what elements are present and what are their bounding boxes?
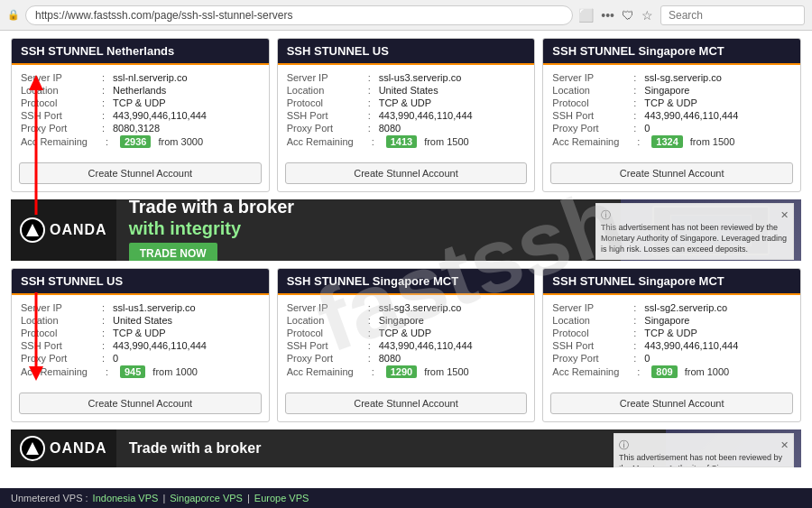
ad-banner-1: OANDA Trade with a broker with integrity… [11, 199, 801, 261]
proxyport-value: 8080,3128 [113, 123, 260, 134]
card-header-sg-mct3: SSH STUNNEL Singapore MCT [543, 269, 800, 295]
acc-label: Acc Remaining [21, 136, 102, 147]
card-row-serverip: Server IP : ssl-us3.serverip.co [287, 72, 526, 83]
card-header-us: SSH STUNNEL US [278, 39, 535, 65]
card-row-serverip: Server IP : ssl-us1.serverip.co [21, 302, 260, 313]
ad-disclaimer-2: ⓘ ✕ This advertisement has not been revi… [614, 433, 794, 467]
serverip-label: Server IP [21, 302, 102, 313]
proxyport-label: Proxy Port [552, 353, 633, 364]
protocol-value: TCP & UDP [379, 97, 526, 108]
serverip-value: ssl-sg2.serverip.co [644, 302, 791, 313]
ad-disclaimer-text: This advertisement has not been reviewed… [601, 223, 787, 253]
location-value: Singapore [644, 85, 791, 96]
sshport-label: SSH Port [287, 110, 368, 121]
info-icon-2: ⓘ [619, 439, 629, 451]
card-row-proxyport: Proxy Port : 0 [21, 353, 260, 364]
create-stunnel-btn-us[interactable]: Create Stunnel Account [285, 162, 528, 184]
card-row-location: Location : United States [287, 85, 526, 96]
card-row-protocol: Protocol : TCP & UDP [21, 97, 260, 108]
acc-badge: 2936 [120, 135, 151, 148]
bottom-bar-link-europe[interactable]: Europe VPS [254, 493, 309, 503]
card-row-sshport: SSH Port : 443,990,446,110,444 [552, 340, 791, 351]
sshport-value: 443,990,446,110,444 [113, 340, 260, 351]
serverip-value: ssl-nl.serverip.co [113, 72, 260, 83]
card-row-protocol: Protocol : TCP & UDP [21, 328, 260, 338]
url-bar[interactable]: https://www.fastssh.com/page/ssh-ssl-stu… [25, 5, 573, 25]
card-row-proxyport: Proxy Port : 8080,3128 [21, 123, 260, 134]
ad-disclaimer: ⓘ ✕ This advertisement has not been revi… [595, 203, 794, 260]
card-row-protocol: Protocol : TCP & UDP [287, 328, 526, 338]
server-card-sg-mct3: SSH STUNNEL Singapore MCT Server IP : ss… [542, 268, 801, 422]
page-body: SSH STUNNEL Netherlands Server IP : ssl-… [0, 31, 812, 482]
oanda-logo-2: OANDA [11, 429, 116, 467]
proxyport-value: 8080 [379, 123, 526, 134]
ad-close-button[interactable]: ✕ [780, 208, 789, 221]
oanda-text: OANDA [50, 222, 107, 238]
proxyport-label: Proxy Port [287, 353, 368, 364]
card-row-location: Location : Netherlands [21, 85, 260, 96]
proxyport-value: 0 [113, 353, 260, 364]
ad-banner-2: OANDA Trade with a broker ⓘ ✕ This adver… [11, 429, 801, 467]
cards-grid-row2: SSH STUNNEL US Server IP : ssl-us1.serve… [11, 268, 801, 422]
card-body-netherlands: Server IP : ssl-nl.serverip.co Location … [12, 65, 269, 157]
server-card-sg-mct2: SSH STUNNEL Singapore MCT Server IP : ss… [277, 268, 536, 422]
card-row-sshport: SSH Port : 443,990,446,110,444 [287, 110, 526, 121]
more-icon[interactable]: ••• [601, 8, 614, 23]
oanda-logo: OANDA [11, 199, 116, 261]
sshport-value: 443,990,446,110,444 [644, 340, 791, 351]
protocol-value: TCP & UDP [644, 97, 791, 108]
protocol-label: Protocol [21, 97, 102, 108]
oanda-icon-2 [20, 436, 45, 461]
ad-disclaimer-header: ⓘ ✕ [601, 208, 789, 221]
card-row-acc: Acc Remaining : 1324 from 1500 [552, 135, 791, 148]
create-stunnel-btn-sg-mct[interactable]: Create Stunnel Account [550, 162, 793, 184]
protocol-label: Protocol [287, 328, 368, 338]
star-icon[interactable]: ☆ [641, 8, 653, 23]
ad-trade-text: Trade with a broker with integrity [129, 199, 608, 239]
acc-total: from 1500 [424, 366, 469, 377]
url-text: https://www.fastssh.com/page/ssh-ssl-stu… [35, 9, 292, 22]
card-body-us2: Server IP : ssl-us1.serverip.co Location… [12, 295, 269, 387]
create-stunnel-btn-netherlands[interactable]: Create Stunnel Account [19, 162, 262, 184]
acc-total: from 1000 [152, 366, 198, 377]
acc-badge: 1413 [386, 135, 417, 148]
serverip-value: ssl-us1.serverip.co [113, 302, 260, 313]
trade-now-button[interactable]: TRADE NOW [129, 243, 217, 261]
protocol-value: TCP & UDP [113, 328, 260, 338]
shield-icon[interactable]: 🛡 [622, 8, 634, 23]
server-card-us2: SSH STUNNEL US Server IP : ssl-us1.serve… [11, 268, 270, 422]
create-stunnel-btn-sg-mct2[interactable]: Create Stunnel Account [285, 393, 528, 414]
tab-icon[interactable]: ⬜ [578, 8, 594, 23]
card-body-sg-mct2: Server IP : ssl-sg3.serverip.co Location… [278, 295, 535, 387]
browser-search-input[interactable] [660, 5, 805, 25]
acc-label: Acc Remaining [287, 366, 368, 377]
create-stunnel-btn-us2[interactable]: Create Stunnel Account [19, 393, 262, 414]
sshport-label: SSH Port [552, 110, 633, 121]
card-row-proxyport: Proxy Port : 8080 [287, 123, 526, 134]
card-header-singapore-mct: SSH STUNNEL Singapore MCT [543, 39, 800, 65]
acc-total: from 1500 [424, 136, 469, 147]
proxyport-value: 8080 [379, 353, 526, 364]
bottom-bar-link-singapore[interactable]: Singaporce VPS [170, 493, 243, 503]
serverip-label: Server IP [552, 72, 633, 83]
ad-close-button-2[interactable]: ✕ [780, 439, 789, 451]
sshport-value: 443,990,446,110,444 [644, 110, 791, 121]
card-row-location: Location : United States [21, 315, 260, 326]
acc-total: from 1500 [690, 136, 735, 147]
card-row-acc: Acc Remaining : 1413 from 1500 [287, 135, 526, 148]
card-row-proxyport: Proxy Port : 0 [552, 353, 791, 364]
location-label: Location [21, 85, 102, 96]
sshport-label: SSH Port [21, 340, 102, 351]
ad-content-2: Trade with a broker [116, 432, 666, 464]
card-header-sg-mct2: SSH STUNNEL Singapore MCT [278, 269, 535, 295]
proxyport-label: Proxy Port [21, 353, 102, 364]
protocol-value: TCP & UDP [644, 328, 791, 338]
location-value: United States [379, 85, 526, 96]
card-body-sg-mct3: Server IP : ssl-sg2.serverip.co Location… [543, 295, 800, 387]
bottom-bar-link-indonesia[interactable]: Indonesia VPS [93, 493, 159, 503]
protocol-label: Protocol [21, 328, 102, 338]
card-row-proxyport: Proxy Port : 8080 [287, 353, 526, 364]
location-value: Singapore [379, 315, 526, 326]
create-stunnel-btn-sg-mct3[interactable]: Create Stunnel Account [550, 393, 793, 414]
serverip-value: ssl-sg.serverip.co [644, 72, 791, 83]
